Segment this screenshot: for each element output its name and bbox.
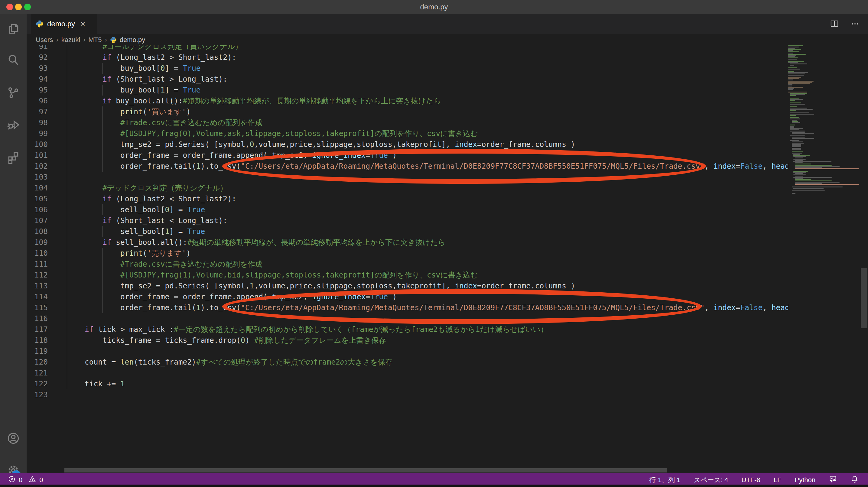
explorer-icon[interactable] [7, 22, 20, 36]
run-debug-icon[interactable] [7, 118, 20, 131]
vertical-scrollbar[interactable] [860, 45, 868, 473]
minimap-line [790, 98, 800, 98]
code-line-96[interactable]: 96 if buy_bool.all():#短期の単純移動平均線が、長期の単純移… [27, 95, 788, 106]
code-line-text: order_frame.tail(1).to_csv("C:/Users/eta… [49, 161, 788, 172]
code-editor[interactable]: 91 #ゴールデンクロス判定（買いシグナル）92 if (Long_last2 … [27, 45, 788, 468]
code-line-114[interactable]: 114 order_frame = order_frame.append( tm… [27, 292, 788, 302]
code-line-108[interactable]: 108 sell_bool[1] = True [27, 226, 788, 237]
cursor-position[interactable]: 行 1、列 1 [649, 476, 681, 485]
line-number: 102 [27, 161, 48, 172]
line-number: 98 [27, 117, 48, 128]
minimap-line [792, 145, 802, 146]
minimap-line [795, 178, 802, 179]
minimap-line [788, 75, 804, 75]
minimap-line [788, 49, 801, 50]
tab-close-icon[interactable]: × [81, 20, 85, 28]
feedback-icon[interactable] [829, 475, 837, 485]
breadcrumb-item-users[interactable]: Users [36, 36, 53, 44]
breadcrumb-item-file[interactable]: demo.py [120, 36, 145, 44]
code-line-91[interactable]: 91 #ゴールデンクロス判定（買いシグナル） [27, 45, 788, 52]
code-line-92[interactable]: 92 if (Long_last2 > Short_last2): [27, 52, 788, 63]
line-number: 101 [27, 150, 48, 161]
code-line-94[interactable]: 94 if (Short_last > Long_last): [27, 74, 788, 85]
minimap-line [790, 117, 799, 118]
code-line-97[interactable]: 97 print('買います') [27, 106, 788, 117]
language-mode[interactable]: Python [795, 476, 816, 484]
titlebar[interactable]: demo.py [0, 0, 868, 14]
code-line-104[interactable]: 104 #デッドクロス判定（売りシグナル） [27, 183, 788, 193]
minimap-line [792, 153, 802, 154]
code-line-text: print('売ります') [49, 248, 191, 259]
code-line-109[interactable]: 109 if sell_bool.all():#短期の単純移動平均線が、長期の単… [27, 237, 788, 248]
code-line-113[interactable]: 113 tmp_se2 = pd.Series( [symbol,1,volum… [27, 280, 788, 292]
minimap-line [790, 110, 796, 111]
code-line-text: count = len(ticks_frame2)#すべての処理が終了した時点で… [49, 357, 393, 368]
minimap-line [788, 80, 793, 81]
notifications-bell-icon[interactable] [850, 475, 859, 485]
code-line-111[interactable]: 111 #Trade.csvに書き込むための配列を作成 [27, 259, 788, 270]
minimap-line [792, 138, 814, 139]
window-bottom-edge [0, 485, 868, 487]
code-line-93[interactable]: 93 buy_bool[0] = True [27, 63, 788, 74]
indentation-setting[interactable]: スペース: 4 [693, 476, 728, 485]
code-line-95[interactable]: 95 buy_bool[1] = True [27, 85, 788, 95]
line-number: 112 [27, 270, 48, 280]
account-icon[interactable] [7, 432, 20, 445]
code-line-120[interactable]: 120 count = len(ticks_frame2)#すべての処理が終了し… [27, 357, 788, 368]
code-line-123[interactable]: 123 [27, 389, 788, 400]
code-line-106[interactable]: 106 sell_bool[0] = True [27, 204, 788, 215]
code-line-text: buy_bool[1] = True [49, 85, 201, 95]
minimap-line [788, 81, 813, 82]
code-line-110[interactable]: 110 print('売ります') [27, 248, 788, 259]
code-line-121[interactable]: 121 [27, 368, 788, 378]
extensions-icon[interactable] [7, 151, 20, 164]
line-number: 113 [27, 280, 48, 292]
code-line-107[interactable]: 107 if (Short_last < Long_last): [27, 215, 788, 226]
search-icon[interactable] [7, 53, 20, 66]
encoding[interactable]: UTF-8 [741, 476, 760, 484]
code-line-98[interactable]: 98 #Trade.csvに書き込むための配列を作成 [27, 117, 788, 128]
source-control-icon[interactable] [7, 86, 20, 99]
breadcrumb-item-kazuki[interactable]: kazuki [61, 36, 80, 44]
problems-status[interactable]: 0 0 [0, 475, 43, 485]
minimize-window-button[interactable] [15, 4, 22, 10]
code-line-119[interactable]: 119 [27, 346, 788, 357]
code-line-99[interactable]: 99 #[USDJPY,frag(0),Volume,ask,slippage,… [27, 128, 788, 139]
vertical-scrollbar-thumb[interactable] [861, 268, 867, 328]
code-line-102[interactable]: 102 order_frame.tail(1).to_csv("C:/Users… [27, 161, 788, 172]
code-line-115[interactable]: 115 order_frame.tail(1).to_csv("C:/Users… [27, 302, 788, 313]
line-number: 110 [27, 248, 48, 259]
python-file-icon [110, 37, 117, 43]
code-line-112[interactable]: 112 #[USDJPY,frag(1),Volume,bid,slippage… [27, 270, 788, 280]
code-line-122[interactable]: 122 tick += 1 [27, 378, 788, 389]
minimap-line [795, 162, 802, 163]
minimap[interactable] [788, 45, 860, 468]
code-line-116[interactable]: 116 [27, 313, 788, 324]
split-editor-icon[interactable] [830, 19, 839, 28]
eol-setting[interactable]: LF [774, 476, 781, 484]
more-actions-icon[interactable] [850, 19, 860, 28]
code-line-text: tmp_se2 = pd.Series( [symbol,1,volume,pr… [49, 280, 575, 292]
minimap-line [795, 166, 840, 167]
horizontal-scrollbar-thumb[interactable] [64, 468, 667, 473]
horizontal-scrollbar[interactable] [27, 468, 868, 473]
line-number: 94 [27, 74, 48, 85]
minimap-line [788, 61, 804, 62]
minimap-line [795, 180, 832, 181]
maximize-window-button[interactable] [24, 4, 31, 10]
minimap-line [790, 129, 800, 130]
minimap-line [788, 56, 795, 57]
code-line-117[interactable]: 117 if tick > max_tick :#一定の数を超えたら配列の初めか… [27, 324, 788, 335]
code-line-101[interactable]: 101 order_frame = order_frame.append( tm… [27, 150, 788, 161]
code-line-118[interactable]: 118 ticks_frame = ticks_frame.drop(0) #削… [27, 335, 788, 346]
line-number: 104 [27, 183, 48, 193]
code-line-105[interactable]: 105 if (Long_last2 < Short_last2): [27, 193, 788, 204]
breadcrumb-item-mt5[interactable]: MT5 [88, 36, 101, 44]
minimap-line [788, 88, 794, 89]
code-line-103[interactable]: 103 [27, 172, 788, 183]
code-line-100[interactable]: 100 tmp_se2 = pd.Series( [symbol,0,volum… [27, 139, 788, 150]
minimap-line [793, 172, 806, 173]
tab-demo-py[interactable]: demo.py × [31, 14, 97, 34]
close-window-button[interactable] [6, 4, 13, 10]
minimap-line [793, 171, 808, 172]
